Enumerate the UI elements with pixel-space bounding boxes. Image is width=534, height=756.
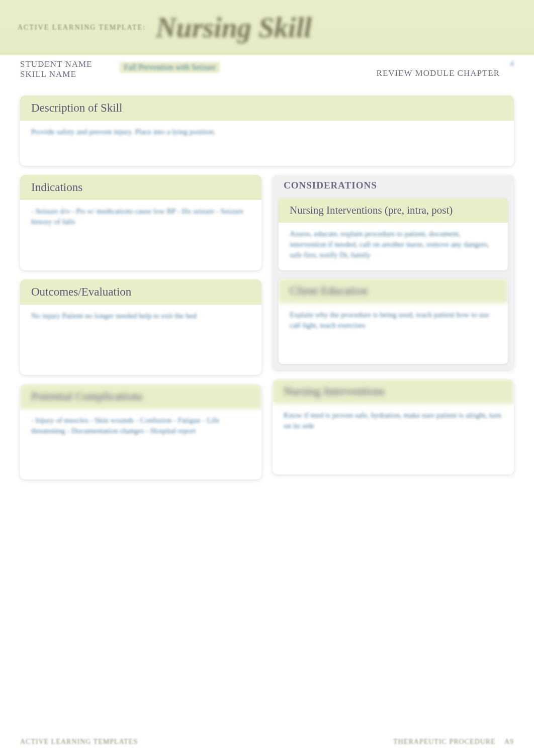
skill-title: Nursing Skill [156, 12, 312, 44]
footer: ACTIVE LEARNING TEMPLATES THERAPEUTIC PR… [20, 738, 514, 746]
skill-name-label: SKILL NAME [20, 69, 92, 79]
skill-name-value: Fall Prevention with Seizure [120, 62, 220, 73]
outcomes-body: No injury Patient no longer needed help … [20, 305, 261, 375]
content-area: Description of Skill Provide safety and … [20, 96, 514, 726]
student-name-label: STUDENT NAME [20, 59, 92, 69]
complications-box: Potential Complications - Injury of musc… [20, 384, 261, 480]
header-band: ACTIVE LEARNING TEMPLATE: Nursing Skill [0, 0, 534, 55]
footer-right-text: THERAPEUTIC PROCEDURE [393, 738, 495, 745]
complications-header: Potential Complications [20, 384, 261, 409]
interventions-pre-box: Nursing Interventions (pre, intra, post)… [279, 198, 508, 270]
left-column: Indications - Seizure d/o - Pts w/ medic… [20, 175, 261, 489]
client-education-body: Explain why the procedure is being used,… [279, 304, 508, 364]
template-label: ACTIVE LEARNING TEMPLATE: [18, 24, 146, 32]
footer-right: THERAPEUTIC PROCEDURE A9 [393, 738, 514, 746]
nursing-interventions-header: Nursing Interventions [273, 379, 514, 404]
client-education-box: Client Education Explain why the procedu… [279, 278, 508, 364]
footer-page: A9 [504, 738, 514, 745]
review-module-label: REVIEW MODULE CHAPTER [377, 68, 500, 78]
indications-header: Indications [20, 175, 261, 200]
nursing-interventions-box: Nursing Interventions Know if med is pro… [273, 379, 514, 475]
complications-body: - Injury of muscles - Skin wounds - Conf… [20, 409, 261, 480]
considerations-group: CONSIDERATIONS Nursing Interventions (pr… [273, 175, 514, 370]
indications-box: Indications - Seizure d/o - Pts w/ medic… [20, 175, 261, 270]
outcomes-header: Outcomes/Evaluation [20, 279, 261, 305]
interventions-pre-body: Assess, educate, explain procedure to pa… [279, 223, 508, 270]
two-column-row: Indications - Seizure d/o - Pts w/ medic… [20, 175, 514, 489]
indications-body: - Seizure d/o - Pts w/ medications cause… [20, 200, 261, 270]
footer-left: ACTIVE LEARNING TEMPLATES [20, 738, 138, 746]
nursing-interventions-body: Know if med is proven safe, hydration, m… [273, 404, 514, 475]
right-column: CONSIDERATIONS Nursing Interventions (pr… [273, 175, 514, 489]
review-module-value: 4 [510, 59, 514, 68]
description-header: Description of Skill [20, 96, 514, 121]
page: ACTIVE LEARNING TEMPLATE: Nursing Skill … [0, 0, 534, 756]
meta-labels: STUDENT NAME SKILL NAME [20, 59, 92, 80]
interventions-pre-header: Nursing Interventions (pre, intra, post) [279, 198, 508, 223]
outcomes-box: Outcomes/Evaluation No injury Patient no… [20, 279, 261, 375]
description-body: Provide safety and prevent injury. Place… [20, 121, 514, 166]
description-box: Description of Skill Provide safety and … [20, 96, 514, 166]
considerations-label: CONSIDERATIONS [273, 175, 514, 198]
client-education-header: Client Education [279, 278, 508, 304]
meta-row: STUDENT NAME SKILL NAME Fall Prevention … [20, 59, 514, 80]
